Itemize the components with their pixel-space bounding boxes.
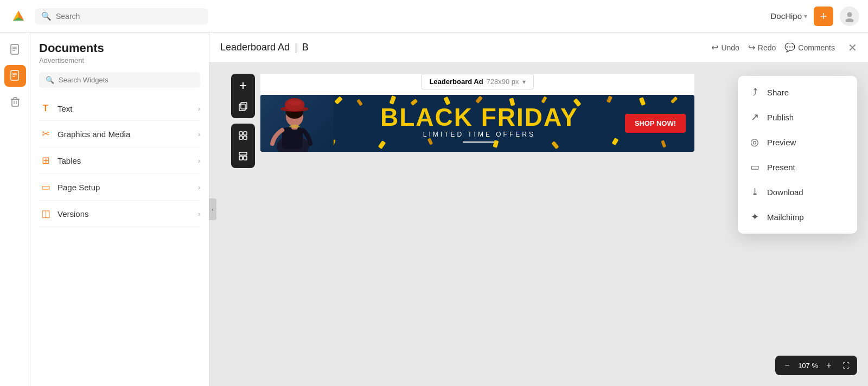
- dropdown-item-mailchimp[interactable]: ✦ Mailchimp: [738, 204, 857, 229]
- close-button[interactable]: ✕: [848, 41, 857, 54]
- fullscreen-button[interactable]: ⛶: [840, 359, 852, 371]
- comments-icon: 💬: [784, 42, 795, 53]
- sidebar-item-graphics-media[interactable]: ✂ Graphics and Media ›: [39, 121, 200, 147]
- widget-search-input[interactable]: [59, 76, 194, 84]
- search-input[interactable]: [56, 12, 202, 21]
- icon-strip: [0, 33, 30, 386]
- add-element-button[interactable]: [233, 76, 253, 95]
- brand-name[interactable]: DocHipo ▾: [770, 11, 807, 21]
- svg-rect-25: [239, 136, 242, 139]
- layout-button[interactable]: [233, 146, 253, 166]
- copy-icon: [238, 101, 248, 111]
- black-friday-subtitle: LIMITED TIME OFFERS: [423, 131, 535, 138]
- dropdown-item-preview[interactable]: ◎ Preview: [738, 130, 857, 155]
- dropdown-menu: ⤴ Share ↗ Publish ◎ Preview ▭ Present ⤓ …: [738, 76, 857, 234]
- ad-woman-section: [260, 95, 334, 152]
- trash-icon: [9, 96, 21, 108]
- canvas-tool-group-top: [231, 74, 255, 118]
- doc-title: Leaderboard Ad | B: [220, 42, 309, 53]
- layout-icon: [238, 151, 248, 161]
- size-bar[interactable]: Leaderboard Ad 728x90 px ▾: [421, 74, 533, 89]
- svg-rect-23: [239, 132, 242, 135]
- top-nav: 🔍 DocHipo ▾ +: [0, 0, 868, 33]
- user-icon: [844, 10, 856, 22]
- sidebar-item-text[interactable]: T Text ›: [39, 97, 200, 121]
- icon-strip-trash[interactable]: [4, 91, 26, 113]
- mailchimp-icon: ✦: [749, 211, 761, 223]
- svg-point-59: [288, 100, 301, 106]
- icon-strip-doc-active[interactable]: [4, 65, 26, 87]
- sidebar: Documents Advertisement 🔍 T Text › ✂ Gra…: [30, 33, 209, 386]
- icon-strip-new-doc[interactable]: [4, 39, 26, 61]
- sidebar-subtitle: Advertisement: [39, 56, 200, 65]
- present-label: Present: [767, 163, 795, 172]
- undo-icon: ↩: [711, 42, 718, 53]
- svg-rect-22: [241, 102, 247, 109]
- share-icon: ⤴: [749, 87, 761, 98]
- sidebar-item-tables[interactable]: ⊞ Tables ›: [39, 147, 200, 174]
- svg-rect-26: [244, 136, 247, 139]
- search-icon: 🔍: [41, 11, 52, 21]
- redo-button[interactable]: ↪ Redo: [748, 42, 776, 53]
- widget-search-icon: 🔍: [46, 76, 54, 84]
- sidebar-item-page-setup[interactable]: ▭ Page Setup ›: [39, 174, 200, 201]
- canvas-tool-group-bottom: [231, 124, 255, 168]
- svg-rect-37: [475, 95, 483, 103]
- dropdown-item-share[interactable]: ⤴ Share: [738, 80, 857, 105]
- sidebar-collapse-button[interactable]: ‹: [209, 198, 216, 220]
- search-bar[interactable]: 🔍: [35, 8, 208, 24]
- svg-rect-42: [639, 97, 646, 106]
- svg-rect-39: [541, 96, 547, 103]
- size-dropdown-icon[interactable]: ▾: [522, 78, 526, 86]
- publish-label: Publish: [767, 113, 794, 122]
- canvas-title-label: Leaderboard Ad: [429, 78, 483, 86]
- redo-icon: ↪: [748, 42, 755, 53]
- sidebar-item-versions[interactable]: ◫ Versions ›: [39, 201, 200, 227]
- doc-active-icon: [9, 70, 21, 82]
- svg-rect-43: [671, 97, 678, 104]
- text-icon: T: [39, 104, 52, 113]
- tables-icon: ⊞: [39, 155, 52, 166]
- chevron-right-icon-tables: ›: [198, 157, 200, 165]
- zoom-in-button[interactable]: +: [822, 359, 835, 372]
- zoom-level-display: 107 %: [798, 362, 818, 370]
- sidebar-title: Documents: [39, 41, 200, 55]
- copy-element-button[interactable]: [233, 97, 253, 116]
- svg-rect-15: [12, 99, 18, 106]
- widget-search[interactable]: 🔍: [39, 72, 200, 88]
- present-icon: ▭: [749, 161, 761, 173]
- black-friday-title: BLACK FRIDAY: [380, 105, 578, 130]
- ad-text-content: BLACK FRIDAY LIMITED TIME OFFERS: [334, 105, 625, 143]
- ad-canvas: BLACK FRIDAY LIMITED TIME OFFERS SHOP NO…: [260, 95, 694, 152]
- versions-icon: ◫: [39, 208, 52, 220]
- comments-button[interactable]: 💬 Comments: [784, 42, 835, 53]
- dropdown-item-present[interactable]: ▭ Present: [738, 155, 857, 179]
- svg-rect-28: [239, 156, 242, 160]
- share-label: Share: [767, 88, 789, 97]
- woman-figure: [260, 95, 334, 152]
- chevron-right-icon-page-setup: ›: [198, 183, 200, 191]
- user-avatar[interactable]: [840, 7, 859, 26]
- svg-rect-24: [244, 132, 247, 135]
- dropdown-item-download[interactable]: ⤓ Download: [738, 179, 857, 204]
- sidebar-item-label-text: Text: [58, 104, 193, 113]
- preview-label: Preview: [767, 138, 796, 147]
- publish-icon: ↗: [749, 111, 761, 123]
- chevron-right-icon-graphics: ›: [198, 130, 200, 138]
- undo-button[interactable]: ↩ Undo: [711, 42, 739, 53]
- ad-cta-button: SHOP NOW!: [625, 114, 686, 133]
- chevron-right-icon-text: ›: [198, 105, 200, 113]
- download-label: Download: [767, 188, 803, 197]
- graphics-icon: ✂: [39, 128, 52, 140]
- canvas-size-value: 728x90 px: [487, 78, 519, 86]
- zoom-out-button[interactable]: −: [781, 359, 794, 372]
- page-setup-icon: ▭: [39, 181, 52, 193]
- svg-rect-41: [607, 95, 612, 103]
- editor-toolbar: Leaderboard Ad | B ↩ Undo ↪ Redo 💬 Comme…: [209, 33, 868, 63]
- add-new-button[interactable]: +: [814, 7, 833, 26]
- dropdown-item-publish[interactable]: ↗ Publish: [738, 105, 857, 130]
- chevron-right-icon-versions: ›: [198, 210, 200, 218]
- svg-rect-29: [244, 156, 247, 160]
- grid-view-button[interactable]: [233, 126, 253, 145]
- svg-rect-7: [11, 44, 18, 54]
